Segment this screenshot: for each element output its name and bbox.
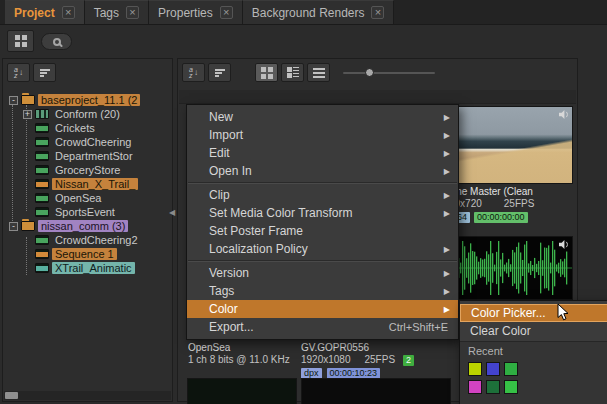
tree-item-opensea[interactable]: OpenSea [7,191,170,205]
tab-close-icon[interactable]: × [220,6,233,19]
submenu-arrow-icon: ▶ [444,245,450,254]
menu-item-import[interactable]: Import▶ [187,126,458,144]
tree-item-sequence-1[interactable]: Sequence 1 [7,247,170,261]
menu-item-open-in[interactable]: Open In▶ [187,162,458,180]
submenu-arrow-icon: ▶ [444,191,450,200]
menu-shortcut: Ctrl+Shift+E [389,321,450,333]
menu-item-label: Set Poster Frame [209,224,303,238]
tree-item-nissan-x-trail[interactable]: Nissan_X_Trail_ [7,177,170,191]
tree-horizontal-scrollbar[interactable] [4,391,171,400]
sort-order-button[interactable] [33,63,56,82]
menu-item-set-poster-frame[interactable]: Set Poster Frame [187,222,458,240]
recent-colors-label: Recent [468,345,607,357]
menu-item-label: Import [209,128,243,142]
tree-item-xtrail-animatic[interactable]: XTrail_Animatic [7,261,170,275]
submenu-arrow-icon: ▶ [444,113,450,122]
folder-icon [21,95,35,105]
project-tree: -baseproject_11.1 (2+Conform (20)Cricket… [7,93,170,275]
clip-card-gopro[interactable]: GV.GOPR0556 1920x1080 25FPS 2 dpx 00:00:… [301,340,457,379]
tree-item-crowdcheering[interactable]: CrowdCheering [7,135,170,149]
tab-properties[interactable]: Properties× [149,0,243,24]
clip-fps: 25FPS [504,198,535,210]
grid-detail-view-icon [287,67,299,78]
clip-thumbnail-partial[interactable] [301,378,451,404]
menu-separator [188,260,457,262]
tree-item-label: DepartmentStor [52,150,136,162]
sort-order-button[interactable] [208,63,231,82]
clip-timecode-badge: 00:00:10:23 [327,368,381,379]
tree-item-sportsevent[interactable]: SportsEvent [7,205,170,219]
tree-expander-icon[interactable]: - [9,96,18,105]
tree-item-crickets[interactable]: Crickets [7,121,170,135]
clip-icon [35,179,49,189]
menu-item-localization-policy[interactable]: Localization Policy▶ [187,240,458,258]
audio-clip-thumbnail[interactable] [449,236,573,300]
clip-card-opensea[interactable]: OpenSea 1 ch 8 bits @ 11.0 KHz [188,340,298,366]
tree-item-label: GroceryStore [52,164,123,176]
tree-expander-icon[interactable]: - [9,222,18,231]
menu-item-set-media-color-transform[interactable]: Set Media Color Transform▶ [187,204,458,222]
menu-item-label: Clip [209,188,230,202]
view-mode-grid-button[interactable] [255,63,278,82]
clip-card-audio[interactable] [449,236,573,300]
menu-item-tags[interactable]: Tags▶ [187,282,458,300]
tab-project[interactable]: Project× [5,0,85,24]
menu-item-new[interactable]: New▶ [187,108,458,126]
clip-icon [35,165,49,175]
sort-bars-icon [215,69,225,77]
sort-alphabetical-button[interactable]: az ↓ [182,63,205,82]
menu-item-edit[interactable]: Edit▶ [187,144,458,162]
clip-icon [35,235,49,245]
mouse-cursor [557,303,570,322]
tab-label: Tags [94,6,119,20]
tree-item-baseproject-11-1-2[interactable]: -baseproject_11.1 (2 [7,93,170,107]
view-mode-detail-button[interactable] [281,63,304,82]
clip-card-offline-master[interactable]: fline Master (Clean 80x720 25FPS 264 00:… [449,106,573,223]
color-swatch[interactable] [504,380,518,394]
menu-item-label: Open In [209,164,252,178]
color-swatch[interactable] [504,362,518,376]
clip-thumbnail-partial[interactable] [187,378,297,404]
scrollbar-thumb[interactable] [5,392,18,399]
tab-close-icon[interactable]: × [371,6,384,19]
tree-item-label: CrowdCheering [52,136,134,148]
tree-item-grocerystore[interactable]: GroceryStore [7,163,170,177]
speaker-icon [558,240,569,249]
tree-item-nissan-comm-3[interactable]: -nissan_comm (3) [7,219,170,233]
slider-thumb[interactable] [365,68,374,77]
color-swatch[interactable] [486,380,500,394]
tab-tags[interactable]: Tags× [85,0,149,24]
tree-item-departmentstor[interactable]: DepartmentStor [7,149,170,163]
menu-item-version[interactable]: Version▶ [187,264,458,282]
clip-name: GV.GOPR0556 [301,342,457,354]
thumbnail-size-slider[interactable] [343,72,435,74]
tree-item-crowdcheering2[interactable]: CrowdCheering2 [7,233,170,247]
tab-close-icon[interactable]: × [126,6,139,19]
menu-item-color[interactable]: Color▶ [187,300,458,318]
menu-item-clip[interactable]: Clip▶ [187,186,458,204]
tree-item-label: OpenSea [52,192,104,204]
clip-icon [35,151,49,161]
tree-item-label: XTrail_Animatic [52,262,135,274]
color-swatch[interactable] [468,362,482,376]
tree-expander-icon[interactable]: + [23,110,32,119]
sort-alphabetical-button[interactable]: az ↓ [7,63,30,82]
tree-item-conform-20[interactable]: +Conform (20) [7,107,170,121]
color-swatch[interactable] [486,362,500,376]
menu-item-color-picker[interactable]: Color Picker... [460,304,607,322]
search-input[interactable] [41,33,72,50]
submenu-arrow-icon: ▶ [444,269,450,278]
tab-background-renders[interactable]: Background Renders× [243,0,395,24]
menu-item-clear-color[interactable]: Clear Color [460,322,607,340]
view-mode-list-button[interactable] [307,63,330,82]
clip-timecode-badge: 00:00:00:00 [474,212,528,223]
menu-item-export[interactable]: Export...Ctrl+Shift+E [187,318,458,336]
clip-thumbnail[interactable] [449,106,573,184]
tree-item-label: Conform (20) [52,108,123,120]
menu-item-label: Color Picker... [471,306,546,320]
tab-close-icon[interactable]: × [62,6,75,19]
workspace-layout-button[interactable] [7,30,34,52]
panel-splitter-collapse-icon[interactable]: ◀ [169,208,175,217]
color-swatch[interactable] [468,380,482,394]
sort-bars-icon [40,69,50,77]
